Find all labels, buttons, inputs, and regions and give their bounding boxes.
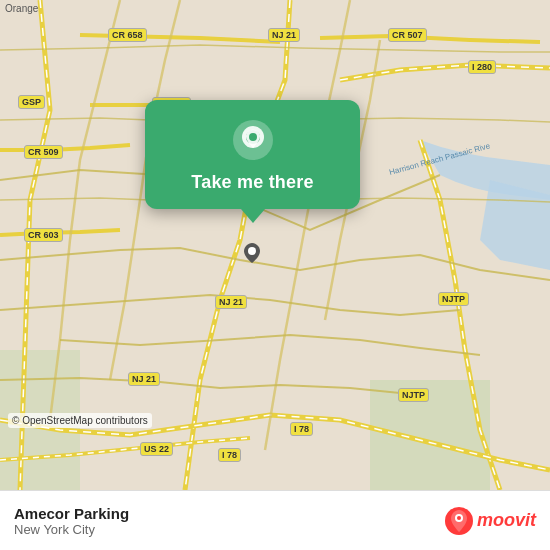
moovit-m-icon — [445, 507, 473, 535]
moovit-logo: moovit — [445, 507, 536, 535]
osm-attribution: © OpenStreetMap contributors — [8, 413, 152, 428]
map-view: Harrison Reach Passaic Rive Orange GSP C… — [0, 0, 550, 490]
road-label-i78-1: I 78 — [290, 422, 313, 436]
road-label-nj21-top: NJ 21 — [268, 28, 300, 42]
road-label-njtp1: NJTP — [438, 292, 469, 306]
location-name: Amecor Parking — [14, 505, 129, 522]
bottom-bar: Amecor Parking New York City moovit — [0, 490, 550, 550]
road-label-njtp2: NJTP — [398, 388, 429, 402]
road-label-nj21-mid: NJ 21 — [215, 295, 247, 309]
road-label-i78-2: I 78 — [218, 448, 241, 462]
map-location-pin — [244, 243, 260, 263]
road-label-cr658: CR 658 — [108, 28, 147, 42]
popup-card[interactable]: Take me there — [145, 100, 360, 209]
popup-pin-icon — [231, 118, 275, 162]
road-label-cr507: CR 507 — [388, 28, 427, 42]
svg-point-8 — [249, 133, 257, 141]
moovit-text: moovit — [477, 510, 536, 531]
location-city: New York City — [14, 522, 129, 537]
location-info: Amecor Parking New York City — [14, 505, 129, 537]
svg-text:Orange: Orange — [5, 3, 39, 14]
road-label-gsp: GSP — [18, 95, 45, 109]
road-label-i280: I 280 — [468, 60, 496, 74]
popup-label: Take me there — [191, 172, 313, 193]
road-label-cr509: CR 509 — [24, 145, 63, 159]
svg-point-11 — [457, 516, 461, 520]
road-label-us22: US 22 — [140, 442, 173, 456]
svg-point-9 — [248, 247, 256, 255]
road-label-cr603: CR 603 — [24, 228, 63, 242]
road-label-nj21-low: NJ 21 — [128, 372, 160, 386]
